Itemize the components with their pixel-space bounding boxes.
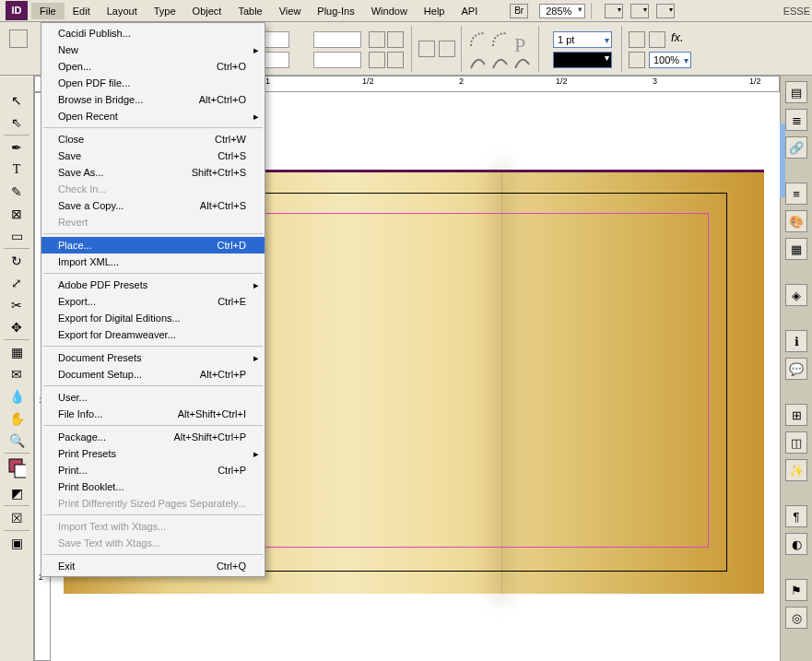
info-panel-icon[interactable]: ℹ (785, 330, 807, 352)
zoom-level-input[interactable]: 285% (539, 4, 585, 18)
view-mode-toggle[interactable]: ▣ (6, 533, 27, 553)
rectangle-tool[interactable]: ▭ (6, 226, 27, 246)
workspace-label: ESSE (783, 6, 812, 17)
rotate-tool[interactable]: ↻ (6, 251, 27, 271)
pages-panel-icon[interactable]: ▤ (785, 81, 807, 103)
menu-file[interactable]: File (31, 3, 65, 19)
swatches-panel-icon[interactable]: ▦ (785, 238, 807, 260)
menu-item-save[interactable]: SaveCtrl+S (41, 148, 265, 164)
menu-layout[interactable]: Layout (99, 3, 146, 19)
menu-api[interactable]: API (453, 3, 486, 19)
stroke-panel-icon[interactable]: ≡ (785, 183, 807, 205)
content-select-button[interactable] (439, 41, 455, 57)
effects-panel-icon[interactable]: ✨ (785, 459, 807, 481)
menu-item-print-presets[interactable]: Print Presets▸ (41, 445, 265, 462)
menu-item-open[interactable]: Open...Ctrl+O (41, 58, 265, 75)
format-container-toggle[interactable]: ◩ (6, 483, 27, 503)
gradient-tool[interactable]: ▦ (6, 342, 27, 362)
direct-selection-tool[interactable]: ⇖ (6, 112, 27, 133)
menu-plug-ins[interactable]: Plug-Ins (309, 3, 362, 19)
menu-item-export[interactable]: Export...Ctrl+E (41, 293, 265, 310)
menu-item-save-a-copy[interactable]: Save a Copy...Alt+Ctrl+S (41, 197, 265, 214)
menu-item-export-for-digital-editions[interactable]: Export for Digital Editions... (41, 310, 265, 326)
links-panel-icon[interactable]: 🔗 (785, 136, 807, 159)
rotate-ccw-button[interactable] (369, 31, 385, 48)
arrange-docs-dropdown[interactable] (630, 4, 649, 18)
workspace-dropdown[interactable] (656, 4, 675, 18)
menu-item-cacidi-publish[interactable]: Cacidi Publish... (41, 25, 265, 41)
menu-item-revert: Revert (41, 214, 265, 230)
menu-item-print-booklet[interactable]: Print Booklet... (41, 478, 265, 495)
menu-item-exit[interactable]: ExitCtrl+Q (41, 558, 265, 574)
type-tool[interactable]: T (6, 159, 27, 180)
menu-item-import-xml[interactable]: Import XML... (41, 254, 265, 270)
menu-view[interactable]: View (271, 3, 310, 19)
menu-item-place[interactable]: Place...Ctrl+D (41, 237, 265, 254)
menu-item-open-pdf-file[interactable]: Open PDF file... (41, 75, 265, 91)
menu-separator (43, 425, 263, 426)
gradient-panel-icon[interactable]: ◐ (785, 533, 807, 555)
menu-item-new[interactable]: New▸ (41, 41, 265, 58)
flip-h-button[interactable] (369, 52, 385, 68)
menu-item-browse-in-bridge[interactable]: Browse in Bridge...Alt+Ctrl+O (41, 91, 265, 108)
drop-shadow-button[interactable] (649, 31, 665, 48)
zoom-tool[interactable]: 🔍 (6, 431, 27, 451)
align-panel-icon[interactable]: ⊞ (785, 404, 807, 426)
menu-separator (43, 273, 263, 274)
default-fill-stroke[interactable]: ☒ (6, 508, 27, 528)
chat-panel-icon[interactable]: 💬 (785, 358, 807, 380)
app-logo-icon: ID (6, 1, 28, 20)
menu-item-print[interactable]: Print...Ctrl+P (41, 462, 265, 478)
pencil-tool[interactable]: ✎ (6, 182, 27, 202)
menu-help[interactable]: Help (416, 3, 453, 19)
menu-item-close[interactable]: CloseCtrl+W (41, 131, 265, 148)
scissors-tool[interactable]: ✂ (6, 295, 27, 315)
menu-item-package[interactable]: Package...Alt+Shift+Ctrl+P (41, 429, 265, 445)
free-transform-tool[interactable]: ✥ (6, 317, 27, 337)
layers-panel-icon[interactable]: ≣ (785, 109, 807, 131)
selection-tool[interactable]: ↖ (6, 90, 27, 111)
menu-item-export-for-dreamweaver[interactable]: Export for Dreamweaver... (41, 326, 265, 343)
screen-mode-dropdown[interactable] (605, 4, 623, 18)
flip-v-button[interactable] (387, 52, 404, 68)
effects-button[interactable] (629, 31, 645, 48)
rectangle-frame-tool[interactable]: ⊠ (6, 204, 27, 224)
menu-item-check-in: Check In... (41, 181, 265, 197)
shear-input[interactable] (313, 52, 361, 68)
control-panel-menu-icon[interactable] (9, 30, 28, 48)
object-styles-panel-icon[interactable]: ◈ (785, 284, 807, 306)
hand-tool[interactable]: ✋ (6, 408, 27, 429)
menu-type[interactable]: Type (146, 3, 184, 19)
text-wrap-panel-icon[interactable]: ¶ (785, 505, 807, 527)
misc-panel-icon[interactable]: ◎ (785, 607, 807, 629)
pathfinder-panel-icon[interactable]: ◫ (785, 431, 807, 454)
opacity-input[interactable]: 100% (649, 52, 691, 68)
fx-button[interactable]: fx. (671, 30, 684, 44)
tags-panel-icon[interactable]: ⚑ (785, 579, 807, 601)
menu-table[interactable]: Table (229, 3, 270, 19)
eyedropper-tool[interactable]: 💧 (6, 386, 27, 407)
stroke-corner-icon (468, 30, 488, 50)
rotate-cw-button[interactable] (387, 31, 404, 48)
menu-item-document-setup[interactable]: Document Setup...Alt+Ctrl+P (41, 366, 265, 383)
menu-edit[interactable]: Edit (65, 3, 99, 19)
bridge-button[interactable]: Br (510, 4, 528, 18)
menu-separator (43, 554, 263, 555)
menu-window[interactable]: Window (363, 3, 416, 19)
menu-item-adobe-pdf-presets[interactable]: Adobe PDF Presets▸ (41, 277, 265, 293)
menu-object[interactable]: Object (184, 3, 230, 19)
note-tool[interactable]: ✉ (6, 364, 27, 384)
pen-tool[interactable]: ✒ (6, 137, 27, 158)
menu-item-file-info[interactable]: File Info...Alt+Shift+Ctrl+I (41, 406, 265, 422)
fill-stroke-swatch[interactable] (6, 455, 27, 481)
container-select-button[interactable] (418, 41, 435, 57)
stroke-style-dropdown[interactable] (553, 52, 612, 68)
menu-item-document-presets[interactable]: Document Presets▸ (41, 349, 265, 366)
menu-item-user[interactable]: User... (41, 389, 265, 406)
scale-tool[interactable]: ⤢ (6, 273, 27, 293)
stroke-weight-dropdown[interactable]: 1 pt (553, 31, 612, 48)
menu-item-save-as[interactable]: Save As...Shift+Ctrl+S (41, 164, 265, 181)
color-panel-icon[interactable]: 🎨 (785, 210, 807, 232)
menu-item-open-recent[interactable]: Open Recent▸ (41, 108, 265, 124)
rotate-input[interactable] (313, 31, 361, 48)
